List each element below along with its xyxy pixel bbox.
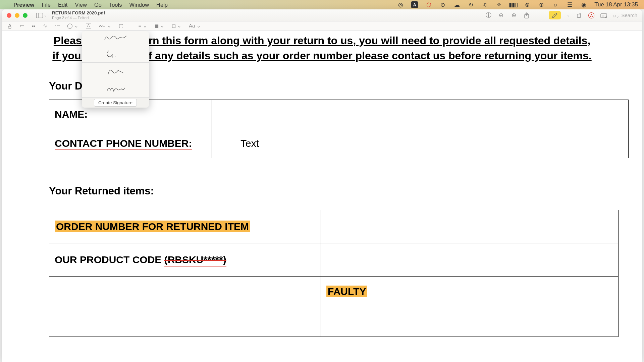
signature-option-2[interactable] <box>82 45 149 63</box>
returned-items-heading: Your Returned items: <box>49 185 632 197</box>
table-row: FAULTY <box>49 276 619 337</box>
svg-point-8 <box>115 56 115 57</box>
signature-option-1[interactable] <box>82 31 149 45</box>
battery-icon[interactable]: ▮▮▯ <box>510 1 517 8</box>
table-row: OUR PRODUCT CODE (RBSKU*****) <box>49 243 619 276</box>
rectangular-selection-tool[interactable]: ▭ <box>20 23 24 29</box>
siri-icon[interactable]: ◉ <box>580 1 587 8</box>
wifi-icon[interactable]: ⊚ <box>524 1 531 8</box>
order-number-label-cell: ORDER NUMBER FOR RETURNED ITEM <box>49 210 321 243</box>
control-center-icon[interactable]: ☰ <box>566 1 573 8</box>
contact-value-cell[interactable]: Text <box>212 129 629 158</box>
macos-menubar: Preview File Edit View Go Tools Window H… <box>0 0 644 9</box>
markup-toolbar: A̲| ▭ ▪▪ ∿ 〰 ◯ ⌄ A ⌄ ▢ ≡ ⌄ ◼ ⌄ ◻ ⌄ Aa ⌄ <box>2 21 642 31</box>
status-icon-2[interactable]: A <box>411 1 418 8</box>
bluetooth-icon[interactable]: ⎆ <box>496 1 502 8</box>
clock[interactable]: Tue 18 Apr 13:35 <box>594 1 638 8</box>
spotlight-icon[interactable]: ⊕ <box>538 1 545 8</box>
contact-label-cell: CONTACT PHONE NUMBER: <box>49 129 212 158</box>
menu-file[interactable]: File <box>42 2 51 8</box>
menu-tools[interactable]: Tools <box>109 2 122 8</box>
search-glass-icon: ⌕⌄ <box>613 12 619 18</box>
menu-help[interactable]: Help <box>156 2 168 8</box>
window-titlebar: ⌄ RETURN FORM 2020.pdf Page 2 of 4 — Edi… <box>2 9 642 21</box>
border-style-tool[interactable]: ≡ ⌄ <box>139 23 147 29</box>
draw-tool[interactable]: 〰 <box>55 23 60 29</box>
maximize-window-button[interactable] <box>23 13 28 18</box>
signature-popover: Create Signature <box>82 31 149 108</box>
reason-value-cell[interactable]: FAULTY <box>321 276 619 337</box>
product-code-label-cell: OUR PRODUCT CODE (RBSKU*****) <box>49 243 321 276</box>
note-tool[interactable]: ▢ <box>119 23 123 29</box>
signature-option-3[interactable] <box>82 63 149 80</box>
timemachine-icon[interactable]: ↻ <box>468 1 474 8</box>
highlight-button[interactable] <box>549 11 561 19</box>
reason-label-cell <box>49 276 321 337</box>
document-viewport[interactable]: Please fill and return this form along w… <box>2 31 642 362</box>
share-icon[interactable] <box>523 12 530 19</box>
returned-items-table: ORDER NUMBER FOR RETURNED ITEM OUR PRODU… <box>49 210 619 337</box>
app-name[interactable]: Preview <box>13 2 34 8</box>
search-box[interactable]: ⌕⌄ Search <box>613 12 637 18</box>
status-icon-3[interactable]: ⬡ <box>425 1 432 8</box>
sign-tool[interactable]: ⌄ <box>99 23 111 29</box>
border-color-tool[interactable]: ◼ ⌄ <box>155 23 164 29</box>
table-row: ORDER NUMBER FOR RETURNED ITEM <box>49 210 619 243</box>
name-value-cell[interactable] <box>212 100 629 129</box>
rotate-icon[interactable] <box>576 12 582 19</box>
menu-go[interactable]: Go <box>94 2 102 8</box>
signature-option-4[interactable] <box>82 80 149 98</box>
menu-edit[interactable]: Edit <box>58 2 67 8</box>
close-window-button[interactable] <box>7 13 11 18</box>
svg-rect-4 <box>577 14 581 17</box>
sketch-tool[interactable]: ∿ <box>43 23 47 29</box>
document-subtitle: Page 2 of 4 — Edited <box>52 16 105 20</box>
menu-view[interactable]: View <box>75 2 87 8</box>
cloud-icon[interactable]: ☁ <box>453 1 460 8</box>
minimize-window-button[interactable] <box>15 13 19 18</box>
status-icon-1[interactable]: ◎ <box>397 1 404 8</box>
product-code-value-cell[interactable] <box>321 243 619 276</box>
menu-window[interactable]: Window <box>129 2 149 8</box>
zoom-in-icon[interactable]: ⊕ <box>511 12 517 19</box>
shapes-tool[interactable]: ◯ ⌄ <box>67 23 78 29</box>
record-icon[interactable]: ⊙ <box>439 1 446 8</box>
text-selection-tool[interactable]: A̲| <box>8 23 12 29</box>
table-row: CONTACT PHONE NUMBER: Text <box>49 129 629 158</box>
svg-rect-0 <box>37 13 43 18</box>
text-tool[interactable]: A <box>86 23 91 28</box>
order-number-value-cell[interactable] <box>321 210 619 243</box>
details-table: NAME: CONTACT PHONE NUMBER: Text <box>49 100 629 158</box>
redact-tool[interactable]: ▪▪ <box>32 23 36 29</box>
zoom-out-icon[interactable]: ⊖ <box>498 12 504 19</box>
document-title: RETURN FORM 2020.pdf <box>52 11 105 15</box>
create-signature-button[interactable]: Create Signature <box>94 99 137 107</box>
form-icon[interactable] <box>600 12 607 19</box>
preview-window: ⌄ RETURN FORM 2020.pdf Page 2 of 4 — Edi… <box>2 9 642 362</box>
signature-create-row: Create Signature <box>82 98 149 108</box>
markup-icon[interactable]: A <box>588 12 594 18</box>
fill-color-tool[interactable]: ◻ ⌄ <box>172 23 181 29</box>
search-placeholder: Search <box>621 12 637 18</box>
sidebar-toggle-button[interactable]: ⌄ <box>36 13 47 18</box>
headphones-icon[interactable]: ♫ <box>482 1 488 8</box>
highlight-dropdown[interactable]: ⌄ <box>567 13 570 17</box>
info-icon[interactable]: ⓘ <box>485 12 492 19</box>
search-icon[interactable]: ⌕ <box>552 1 559 8</box>
text-style-tool[interactable]: Aa ⌄ <box>189 23 201 29</box>
